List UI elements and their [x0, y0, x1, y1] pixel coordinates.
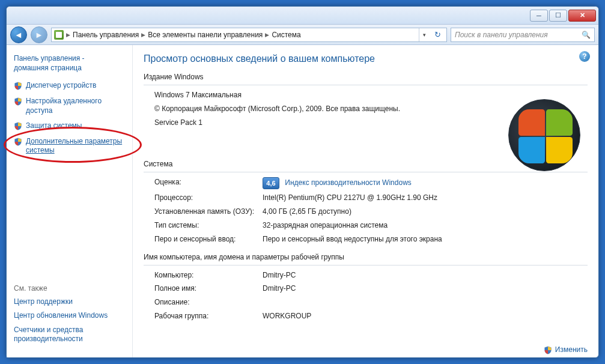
help-icon[interactable]: ? — [579, 51, 590, 62]
forward-button[interactable]: ► — [31, 26, 47, 43]
back-button[interactable]: ◄ — [10, 26, 27, 43]
search-icon: 🔍 — [582, 31, 591, 39]
computer-label: Компьютер: — [154, 270, 263, 281]
search-input[interactable]: Поиск в панели управления 🔍 — [451, 28, 595, 42]
breadcrumb-seg-3[interactable]: Система — [272, 31, 300, 39]
pen-label: Перо и сенсорный ввод: — [154, 234, 263, 244]
system-properties-window: ─ ☐ ✕ ◄ ► ▶ Панель управления ▶ Все элем… — [6, 6, 599, 358]
workgroup-label: Рабочая группа: — [154, 311, 263, 321]
service-pack: Service Pack 1 — [154, 118, 202, 128]
navbar: ◄ ► ▶ Панель управления ▶ Все элементы п… — [7, 25, 598, 45]
search-placeholder: Поиск в панели управления — [455, 31, 548, 39]
pen-value: Перо и сенсорный ввод недоступны для это… — [263, 234, 588, 244]
see-also-section: См. также Центр поддержки Центр обновлен… — [14, 278, 125, 349]
sidebar: Панель управления - домашняя страница Ди… — [7, 45, 133, 357]
refresh-button[interactable]: ↻ — [431, 30, 444, 39]
see-also-title: См. также — [14, 284, 125, 293]
divider — [144, 265, 588, 265]
performance-index-link[interactable]: Индекс производительности Windows — [285, 179, 411, 187]
shield-icon — [14, 122, 22, 130]
breadcrumb-seg-2[interactable]: Все элементы панели управления — [148, 31, 263, 39]
cpu-value: Intel(R) Pentium(R) CPU 2127U @ 1.90GHz … — [263, 193, 588, 203]
sidebar-item-protection[interactable]: Защита системы — [14, 121, 125, 131]
shield-icon — [544, 346, 552, 354]
page-title: Просмотр основных сведений о вашем компь… — [144, 53, 588, 64]
change-settings-link[interactable]: Изменить параметры — [544, 345, 588, 357]
domain-section-title: Имя компьютера, имя домена и параметры р… — [144, 253, 588, 261]
breadcrumb-dropdown[interactable]: ▾ — [419, 28, 430, 41]
copyright: © Корпорация Майкрософт (Microsoft Corp.… — [154, 104, 400, 114]
maximize-button[interactable]: ☐ — [549, 10, 567, 22]
see-also-windows-update[interactable]: Центр обновления Windows — [14, 311, 125, 321]
type-value: 32-разрядная операционная система — [263, 220, 588, 231]
windows-logo — [502, 93, 586, 177]
ram-label: Установленная память (ОЗУ): — [154, 207, 263, 217]
content-pane: ? Просмотр основных сведений о вашем ком… — [133, 45, 598, 357]
close-button[interactable]: ✕ — [568, 10, 596, 22]
edition-section-title: Издание Windows — [144, 73, 588, 81]
edition-name: Windows 7 Максимальная — [154, 90, 242, 100]
chevron-right-icon: ▶ — [265, 32, 269, 38]
rating-badge: 4,6 — [263, 177, 279, 189]
fullname-label: Полное имя: — [154, 284, 263, 294]
workgroup-value: WORKGROUP — [263, 311, 588, 321]
description-label: Описание: — [154, 297, 263, 308]
shield-icon — [14, 138, 22, 146]
sidebar-item-remote[interactable]: Настройка удаленного доступа — [14, 97, 125, 115]
type-label: Тип системы: — [154, 220, 263, 231]
chevron-right-icon: ▶ — [141, 32, 145, 38]
rating-label: Оценка: — [154, 177, 263, 189]
see-also-action-center[interactable]: Центр поддержки — [14, 297, 125, 307]
sidebar-item-device-manager[interactable]: Диспетчер устройств — [14, 81, 125, 91]
shield-icon — [14, 97, 22, 106]
minimize-button[interactable]: ─ — [530, 10, 548, 22]
fullname-value: Dmitry-PC — [263, 284, 588, 294]
control-panel-icon — [54, 30, 64, 40]
titlebar: ─ ☐ ✕ — [7, 7, 598, 25]
sidebar-item-advanced[interactable]: Дополнительные параметры системы — [14, 137, 125, 156]
address-bar[interactable]: ▶ Панель управления ▶ Все элементы панел… — [51, 28, 447, 42]
sidebar-home-link[interactable]: Панель управления - домашняя страница — [14, 53, 125, 73]
chevron-right-icon: ▶ — [66, 32, 70, 38]
ram-value: 4,00 ГБ (2,65 ГБ доступно) — [263, 207, 588, 217]
divider — [144, 85, 588, 85]
description-value — [263, 297, 588, 308]
breadcrumb-seg-1[interactable]: Панель управления — [73, 31, 139, 39]
see-also-perf-tools[interactable]: Счетчики и средства производительности — [14, 326, 125, 344]
shield-icon — [14, 82, 22, 90]
cpu-label: Процессор: — [154, 193, 263, 203]
computer-value: Dmitry-PC — [263, 270, 588, 281]
